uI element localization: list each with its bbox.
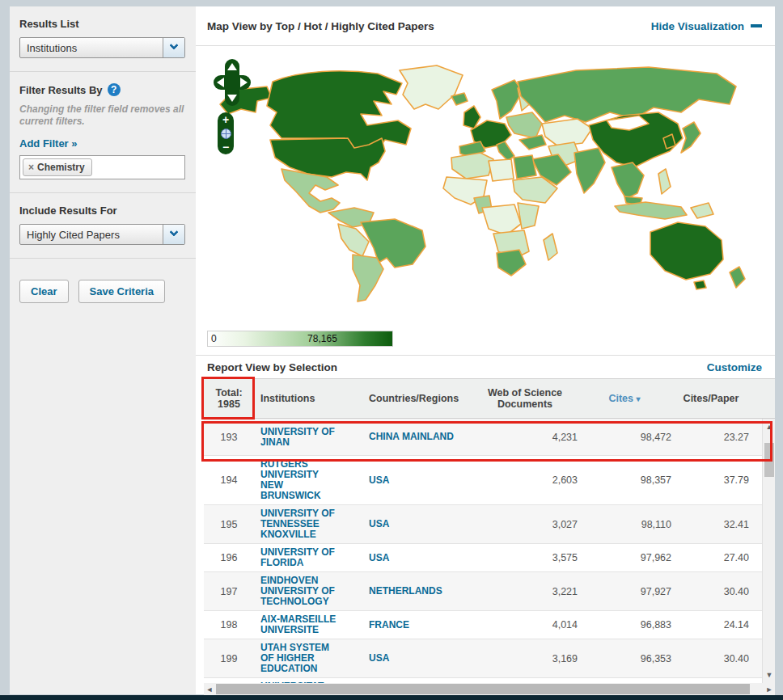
institution-link[interactable]: UNIVERSITY OF FLORIDA — [254, 547, 369, 568]
zoom-in-button[interactable]: + — [222, 114, 229, 125]
hide-visualization-link[interactable]: Hide Visualization — [651, 20, 762, 32]
country-link[interactable]: USA — [369, 475, 472, 486]
horizontal-scroll-thumb[interactable] — [216, 684, 750, 694]
pan-up-icon[interactable] — [227, 63, 237, 70]
world-choropleth-map[interactable] — [196, 48, 775, 331]
cites-cell: 96,353 — [578, 653, 673, 664]
chevron-down-icon — [169, 228, 178, 237]
sidebar: Results List Institutions Filter Results… — [10, 6, 196, 694]
table-body-viewport: 193 UNIVERSITY OF JINAN CHINA MAINLAND 4… — [204, 419, 775, 683]
cites-cell: 97,962 — [578, 552, 673, 563]
documents-cell: 4,014 — [472, 619, 578, 630]
documents-cell: 4,231 — [472, 432, 578, 443]
include-results-dropdown-button[interactable] — [163, 225, 184, 244]
table-row[interactable]: 194 RUTGERS UNIVERSITY NEW BRUNSWICK USA… — [204, 456, 762, 505]
map-view-title: Map View by Top / Hot / Highly Cited Pap… — [207, 20, 434, 32]
vertical-scrollbar[interactable]: ▲ ▼ — [762, 419, 775, 683]
column-header-cites-sort[interactable]: Cites ▾ — [578, 393, 673, 404]
include-section: Include Results For Highly Cited Papers — [10, 193, 196, 258]
vertical-scroll-thumb[interactable] — [764, 443, 774, 477]
zoom-out-button[interactable]: − — [222, 141, 229, 153]
table-row[interactable]: 193 UNIVERSITY OF JINAN CHINA MAINLAND 4… — [204, 419, 762, 456]
institution-link[interactable]: UTAH SYSTEM OF HIGHER EDUCATION — [254, 643, 369, 674]
results-list-heading: Results List — [19, 18, 186, 30]
pan-down-icon[interactable] — [227, 95, 237, 102]
horizontal-scrollbar[interactable]: ◄ ► — [204, 683, 775, 695]
country-link[interactable]: CHINA MAINLAND — [369, 432, 472, 442]
customize-link[interactable]: Customize — [707, 361, 762, 373]
legend-min: 0 — [208, 333, 217, 344]
institution-link[interactable]: EINDHOVEN UNIVERSITY OF TECHNOLOGY — [254, 576, 369, 607]
table-row[interactable]: 199 UTAH SYSTEM OF HIGHER EDUCATION USA … — [204, 639, 762, 678]
include-results-value: Highly Cited Papers — [20, 229, 163, 241]
scroll-down-icon[interactable]: ▼ — [763, 668, 775, 681]
cites-per-paper-cell: 32.41 — [673, 519, 754, 530]
table-row[interactable]: 197 EINDHOVEN UNIVERSITY OF TECHNOLOGY N… — [204, 572, 762, 611]
filter-note: Changing the filter field removes all cu… — [19, 103, 186, 128]
table-row[interactable]: 195 UNIVERSITY OF TENNESSEE KNOXVILLE US… — [204, 505, 762, 544]
include-results-select[interactable]: Highly Cited Papers — [19, 224, 185, 245]
scroll-right-icon[interactable]: ► — [764, 683, 775, 695]
institution-link[interactable]: UNIVERSITY OF JINAN — [254, 427, 369, 448]
pan-right-icon[interactable] — [240, 78, 248, 87]
rank-cell: 196 — [204, 552, 254, 563]
institution-link[interactable]: UNIVERSITY OF TENNESSEE KNOXVILLE — [254, 508, 369, 540]
cites-per-paper-cell: 37.79 — [673, 474, 754, 486]
country-link[interactable]: USA — [369, 653, 472, 664]
add-filter-link[interactable]: Add Filter » — [19, 137, 78, 150]
results-table: Total: 1985 Institutions Countries/Regio… — [204, 378, 775, 683]
pan-left-icon[interactable] — [217, 78, 224, 87]
filter-section: Filter Results By ? Changing the filter … — [10, 72, 196, 193]
save-criteria-button[interactable]: Save Criteria — [78, 280, 166, 303]
column-header-cites-per-paper: Cites/Paper — [673, 393, 754, 404]
map-pan-control[interactable] — [214, 59, 251, 106]
cites-per-paper-cell: 23.27 — [673, 432, 754, 443]
cites-cell: 97,927 — [578, 586, 673, 597]
map-zoom-control[interactable]: + − — [218, 112, 234, 154]
cites-per-paper-cell: 24.14 — [673, 619, 754, 630]
filter-tag-chemistry[interactable]: × Chemistry — [23, 158, 92, 176]
rank-cell: 194 — [204, 474, 254, 486]
cites-per-paper-cell: 30.40 — [673, 586, 754, 597]
help-icon[interactable]: ? — [108, 83, 121, 96]
rank-cell: 198 — [204, 619, 254, 630]
globe-icon[interactable] — [221, 129, 231, 139]
institution-link[interactable]: RUTGERS UNIVERSITY NEW BRUNSWICK — [254, 459, 369, 501]
map-visualization: + − 0 78,165 — [196, 46, 775, 356]
documents-cell: 3,027 — [472, 519, 578, 530]
include-heading: Include Results For — [19, 205, 186, 217]
documents-cell: 3,169 — [472, 653, 578, 664]
filter-tags-box[interactable]: × Chemistry — [19, 155, 185, 179]
results-list-section: Results List Institutions — [10, 6, 196, 72]
window-bottom-edge — [0, 695, 783, 700]
documents-cell: 3,221 — [472, 586, 578, 597]
report-view-title: Report View by Selection — [207, 361, 337, 373]
results-list-select[interactable]: Institutions — [19, 37, 185, 58]
table-header-row: Total: 1985 Institutions Countries/Regio… — [204, 378, 775, 419]
cites-cell: 98,472 — [578, 432, 673, 443]
country-link[interactable]: FRANCE — [369, 620, 472, 630]
country-link[interactable]: USA — [369, 553, 472, 563]
cites-cell: 96,883 — [578, 619, 673, 630]
scroll-left-icon[interactable]: ◄ — [204, 683, 215, 695]
column-header-countries: Countries/Regions — [369, 393, 472, 404]
documents-cell: 2,603 — [472, 474, 578, 486]
table-row[interactable]: 198 AIX-MARSEILLE UNIVERSITE FRANCE 4,01… — [204, 611, 762, 639]
clear-button[interactable]: Clear — [19, 280, 69, 303]
institution-link[interactable]: AIX-MARSEILLE UNIVERSITE — [254, 614, 369, 635]
documents-cell: 3,575 — [472, 552, 578, 563]
chevron-down-icon — [169, 41, 178, 50]
scroll-up-icon[interactable]: ▲ — [763, 420, 775, 433]
main-panel: Map View by Top / Hot / Highly Cited Pap… — [196, 6, 775, 694]
country-link[interactable]: USA — [369, 519, 472, 529]
country-link[interactable]: NETHERLANDS — [369, 586, 472, 597]
legend-max: 78,165 — [307, 333, 337, 344]
table-row[interactable]: 196 UNIVERSITY OF FLORIDA USA 3,575 97,9… — [204, 544, 762, 572]
app-window: Results List Institutions Filter Results… — [10, 6, 775, 694]
column-header-documents: Web of Science Documents — [472, 387, 578, 410]
filter-tag-label: Chemistry — [37, 162, 85, 173]
remove-tag-icon[interactable]: × — [28, 162, 34, 173]
map-view-header: Map View by Top / Hot / Highly Cited Pap… — [196, 6, 775, 46]
results-list-dropdown-button[interactable] — [163, 38, 184, 57]
map-color-legend: 0 78,165 — [207, 331, 393, 347]
